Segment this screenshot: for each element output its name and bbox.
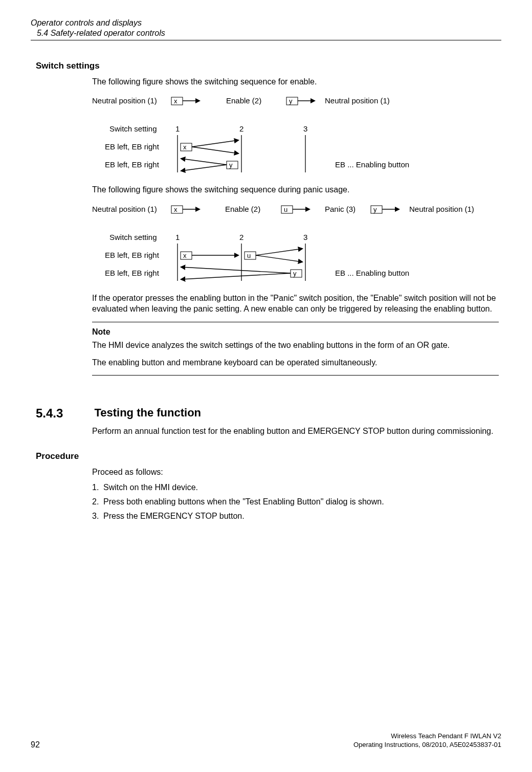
svg-text:y: y [373, 206, 377, 213]
svg-text:Switch setting: Switch setting [109, 124, 157, 133]
svg-line-58 [181, 267, 291, 273]
svg-text:x: x [174, 97, 178, 105]
svg-text:EB left, EB right: EB left, EB right [105, 251, 160, 259]
svg-text:Neutral position (1): Neutral position (1) [325, 96, 390, 105]
svg-line-25 [181, 165, 227, 171]
svg-text:Neutral position (1): Neutral position (1) [92, 205, 157, 213]
diagram-panic-sequence: Neutral position (1) x Enable (2) u Pani… [92, 202, 499, 285]
svg-line-20 [192, 140, 238, 147]
svg-text:2: 2 [239, 233, 243, 241]
procedure-heading: Procedure [36, 451, 499, 461]
note-p1: The HMI device analyzes the switch setti… [92, 340, 499, 351]
svg-text:u: u [247, 252, 251, 259]
svg-text:EB ... Enabling button: EB ... Enabling button [335, 160, 409, 169]
header-rule [31, 40, 501, 40]
list-item: 2.Press both enabling buttons when the "… [92, 495, 499, 509]
para-intro-2: The following figure shows the switching… [92, 184, 499, 195]
section-number: 5.4.3 [36, 406, 92, 421]
svg-text:Panic (3): Panic (3) [325, 205, 356, 213]
note-p2: The enabling button and membrane keyboar… [92, 357, 499, 368]
svg-line-59 [181, 273, 291, 279]
header-subtitle: 5.4 Safety-related operator controls [31, 29, 501, 38]
svg-line-21 [192, 147, 238, 153]
svg-text:x: x [183, 143, 187, 151]
footer-line-1: Wireless Teach Pendant F IWLAN V2 [353, 732, 501, 741]
section-5-4-3: 5.4.3 Testing the function [36, 406, 499, 421]
diagram-enable-sequence: Neutral position (1) x Enable (2) y Neut… [92, 93, 499, 177]
note-rule-bottom [92, 375, 499, 376]
svg-text:3: 3 [303, 124, 307, 133]
svg-text:x: x [174, 206, 178, 213]
svg-line-24 [181, 159, 227, 165]
svg-text:Enable (2): Enable (2) [225, 205, 260, 213]
para-intro-1: The following figure shows the switching… [92, 76, 499, 87]
note-rule-top [92, 322, 499, 322]
note-label: Note [92, 327, 499, 337]
page-number: 92 [31, 740, 40, 749]
list-item: 1.Switch on the HMI device. [92, 480, 499, 495]
svg-text:1: 1 [175, 233, 180, 241]
step-number: 2. [92, 497, 103, 506]
switch-settings-heading: Switch settings [36, 61, 499, 71]
svg-text:EB left, EB right: EB left, EB right [105, 160, 160, 169]
svg-text:y: y [293, 270, 297, 277]
step-number: 3. [92, 512, 103, 521]
svg-text:EB ... Enabling button: EB ... Enabling button [335, 269, 409, 277]
svg-text:x: x [183, 252, 187, 259]
para-after-figs: If the operator presses the enabling but… [92, 293, 499, 315]
section-title: Testing the function [94, 406, 201, 420]
list-item: 3.Press the EMERGENCY STOP button. [92, 509, 499, 523]
svg-text:1: 1 [175, 124, 180, 133]
step-text: Press both enabling buttons when the "Te… [103, 497, 384, 506]
header-title: Operator controls and displays [31, 17, 501, 29]
svg-text:EB left, EB right: EB left, EB right [105, 142, 160, 151]
step-text: Press the EMERGENCY STOP button. [103, 512, 245, 520]
svg-text:3: 3 [303, 233, 307, 241]
svg-text:y: y [289, 97, 293, 105]
svg-text:EB left, EB right: EB left, EB right [105, 269, 160, 277]
svg-text:Neutral position (1): Neutral position (1) [409, 205, 474, 213]
page-footer: 92 Wireless Teach Pendant F IWLAN V2 Ope… [31, 732, 501, 749]
svg-text:u: u [284, 206, 287, 213]
svg-text:Switch setting: Switch setting [109, 233, 157, 241]
step-number: 1. [92, 483, 103, 492]
footer-line-2: Operating Instructions, 08/2010, A5E0245… [353, 740, 501, 749]
step-text: Switch on the HMI device. [103, 483, 198, 492]
page-header: Operator controls and displays 5.4 Safet… [31, 17, 501, 40]
svg-text:2: 2 [239, 124, 243, 133]
svg-text:Enable (2): Enable (2) [226, 96, 261, 105]
section-543-intro: Perform an annual function test for the … [92, 426, 499, 437]
svg-text:y: y [229, 161, 233, 169]
procedure-intro: Proceed as follows: [92, 467, 499, 478]
svg-line-54 [256, 249, 302, 255]
svg-text:Neutral position (1): Neutral position (1) [92, 96, 157, 105]
svg-line-55 [256, 255, 302, 262]
procedure-list: 1.Switch on the HMI device. 2.Press both… [92, 480, 499, 523]
